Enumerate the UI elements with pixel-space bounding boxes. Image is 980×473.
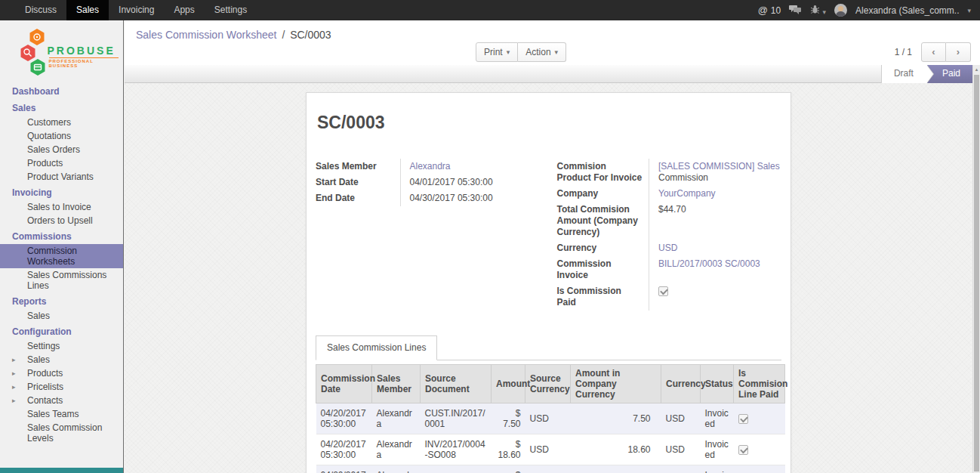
tab-sales-commission-lines[interactable]: Sales Commission Lines <box>316 335 437 360</box>
form-view: SC/0003 Sales Member Alexandra Start Dat… <box>125 83 980 473</box>
systray: @ 10 ▾ A <box>758 0 980 20</box>
cell-source-currency: USD <box>525 434 571 465</box>
sidebar-item-product-variants[interactable]: Product Variants <box>0 170 123 184</box>
col-sales-member: Sales Member <box>372 365 421 403</box>
sidebar-item-dashboard[interactable]: Dashboard <box>0 82 123 99</box>
sidebar-item-config-sales[interactable]: ▸Sales <box>0 353 123 366</box>
action-buttons: Print ▾ Action ▾ <box>476 42 566 62</box>
cell-status: Invoiced <box>701 465 734 473</box>
status-draft[interactable]: Draft <box>881 65 927 83</box>
sidebar-item-contacts[interactable]: ▸Contacts <box>0 394 123 407</box>
table-row[interactable]: 04/20/2017 05:30:00 Alexandra CUST.IN/20… <box>316 403 785 434</box>
sidebar-item-quotations[interactable]: Quotations <box>0 129 123 143</box>
sidebar-item-label: Sales <box>27 354 50 365</box>
field-label-end-date: End Date <box>316 190 400 206</box>
status-strip: Draft Paid <box>125 65 980 83</box>
sidebar-item-reports-sales[interactable]: Sales <box>0 309 123 323</box>
sidebar-item-products[interactable]: Products <box>0 156 123 170</box>
messages-icon[interactable] <box>789 5 802 17</box>
col-commission-date: Commission Date <box>316 365 372 403</box>
cell-amount-company: 7.50 <box>571 403 661 434</box>
cell-currency: USD <box>661 465 701 473</box>
field-value-start-date: 04/01/2017 05:30:00 <box>400 175 541 190</box>
user-avatar[interactable] <box>834 4 847 17</box>
breadcrumb-parent-link[interactable]: Sales Commission Worksheet <box>136 29 276 41</box>
print-button-label: Print <box>484 47 503 57</box>
form-sheet: SC/0003 Sales Member Alexandra Start Dat… <box>306 92 791 473</box>
table-row[interactable]: 04/20/2017 05:30:00 Alexandra INV/2017/0… <box>316 434 785 465</box>
print-button[interactable]: Print ▾ <box>476 42 518 62</box>
field-label-company: Company <box>557 186 649 202</box>
brand-tagline: PROFESSIONAL BUSINESS <box>49 57 119 68</box>
sidebar-item-customers[interactable]: Customers <box>0 116 123 129</box>
pager-previous-button[interactable]: ‹ <box>921 42 946 62</box>
page: Discuss Sales Invoicing Apps Settings @ … <box>0 0 980 473</box>
sidebar-item-orders-to-upsell[interactable]: Orders to Upsell <box>0 214 123 227</box>
caret-down-icon: ▾ <box>823 8 827 16</box>
field-value-commission-invoice[interactable]: BILL/2017/0003 SC/0003 <box>658 258 760 269</box>
cell-status: Invoiced <box>701 403 734 434</box>
col-source-currency: Source Currency <box>525 365 571 403</box>
cell-source: INV/2017/0004-SO008 <box>421 434 492 465</box>
field-value-sales-member[interactable]: Alexandra <box>410 161 451 172</box>
menu-sales[interactable]: Sales <box>66 0 109 20</box>
cell-member: Alexandra <box>372 403 421 434</box>
status-paid[interactable]: Paid <box>927 65 972 83</box>
pager: 1 / 1 ‹ › <box>895 42 971 62</box>
cell-amount: $ 18.60 <box>492 465 525 473</box>
sidebar-section-invoicing: Invoicing <box>0 184 123 200</box>
pager-value: 1 / 1 <box>895 47 912 57</box>
sidebar-item-config-products[interactable]: ▸Products <box>0 366 123 380</box>
cell-source: CUST.IN/2017/0001 <box>421 403 492 434</box>
field-label-commission-invoice: Commission Invoice <box>557 256 649 283</box>
sidebar-section-configuration: Configuration <box>0 323 123 339</box>
caret-right-icon: ▸ <box>12 395 16 406</box>
line-paid-checkbox <box>738 445 748 455</box>
user-menu[interactable]: Alexandra (Sales_comm.. <box>855 5 959 16</box>
col-currency: Currency <box>661 365 701 403</box>
sidebar-item-sales-to-invoice[interactable]: Sales to Invoice <box>0 200 123 214</box>
col-amount: Amount <box>492 365 525 403</box>
field-value-commission-product-rest: Commission <box>658 172 781 184</box>
sidebar-item-commission-worksheets[interactable]: Commission Worksheets <box>0 244 123 268</box>
menu-discuss[interactable]: Discuss <box>15 0 66 20</box>
pager-next-button[interactable]: › <box>946 42 971 62</box>
action-button[interactable]: Action ▾ <box>518 42 566 62</box>
sidebar-nav: Dashboard Sales Customers Quotations Sal… <box>0 82 123 445</box>
sidebar-item-sales-teams[interactable]: Sales Teams <box>0 407 123 421</box>
activities-counter[interactable]: @ 10 <box>758 5 781 16</box>
col-source-document: Source Document <box>421 365 492 403</box>
sidebar-footer-strip <box>0 468 123 473</box>
field-value-company[interactable]: YourCompany <box>658 188 716 199</box>
sidebar-item-sales-commission-levels[interactable]: Sales Commission Levels <box>0 421 123 445</box>
scrollbar-thumb[interactable] <box>974 75 979 471</box>
menu-settings[interactable]: Settings <box>205 0 257 20</box>
tab-bar: Sales Commission Lines <box>316 335 781 360</box>
cell-paid <box>734 465 785 473</box>
table-row[interactable]: 04/20/2017 10:35:53 Alexandra SO008 $ 18… <box>316 465 785 473</box>
sidebar-section-reports: Reports <box>0 292 123 309</box>
scroll-up-arrow[interactable]: ▲ <box>973 65 980 74</box>
sidebar-item-sales-orders[interactable]: Sales Orders <box>0 143 123 156</box>
sidebar-item-settings[interactable]: Settings <box>0 339 123 353</box>
sidebar: PROBUSE PROFESSIONAL BUSINESS Dashboard … <box>0 20 124 473</box>
caret-down-icon: ▾ <box>967 7 971 14</box>
col-is-commission-line-paid: Is Commision Line Paid <box>734 365 785 403</box>
cell-amount-company: 18.60 <box>571 465 661 473</box>
cell-currency: USD <box>661 403 701 434</box>
breadcrumb: Sales Commission Worksheet / SC/0003 <box>125 20 980 41</box>
menu-apps[interactable]: Apps <box>164 0 204 20</box>
sidebar-item-pricelists[interactable]: ▸Pricelists <box>0 380 123 394</box>
debug-menu[interactable]: ▾ <box>810 5 826 17</box>
field-label-is-commission-paid: Is Commission Paid <box>557 283 649 311</box>
field-value-commission-product[interactable]: [SALES COMMISSION] Sales <box>658 161 780 172</box>
commission-lines-table: Commission Date Sales Member Source Docu… <box>316 364 785 473</box>
cell-amount: $ 18.60 <box>492 434 525 465</box>
sidebar-item-sales-commissions-lines[interactable]: Sales Commissions Lines <box>0 268 123 292</box>
sidebar-item-label: Contacts <box>27 395 63 406</box>
probuse-logo: PROBUSE PROFESSIONAL BUSINESS <box>5 26 119 81</box>
sidebar-section-sales: Sales <box>0 99 123 116</box>
field-value-currency[interactable]: USD <box>658 243 677 253</box>
statusbar: Draft Paid <box>881 65 972 83</box>
menu-invoicing[interactable]: Invoicing <box>109 0 164 20</box>
